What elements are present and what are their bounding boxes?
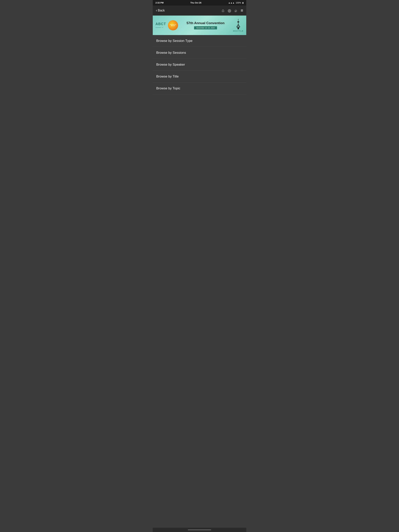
svg-point-1 <box>237 21 239 22</box>
browse-topic-item[interactable]: Browse by Topic <box>153 82 246 95</box>
browse-topic-label: Browse by Topic <box>156 86 180 90</box>
browse-sessions-label: Browse by Sessions <box>156 51 186 55</box>
battery-text: 100% <box>236 1 241 4</box>
camera-icon[interactable]: ◎ <box>228 8 231 13</box>
convention-dates-box: November 16–19, 2023 <box>194 26 217 29</box>
wifi-icon: ▲▲▲ <box>228 1 235 4</box>
seattle-info: SEATTLE <box>233 19 244 32</box>
nav-bar: ‹ Back ⌂ ◎ ⌕ ≡ <box>153 6 246 16</box>
browse-sessions-item[interactable]: Browse by Sessions <box>153 47 246 59</box>
convention-title: 57th Annual Convention <box>187 21 225 25</box>
back-button[interactable]: ‹ Back <box>156 8 165 13</box>
browse-menu: Browse by Session Type Browse by Session… <box>153 35 246 95</box>
space-needle-icon <box>236 19 241 30</box>
status-bar: 2:32 PM Thu Oct 26 ▲▲▲ 100% ▮ <box>153 0 246 6</box>
back-label: Back <box>158 9 165 12</box>
home-icon[interactable]: ⌂ <box>222 8 224 13</box>
back-chevron-icon: ‹ <box>156 8 157 13</box>
browse-session-type-item[interactable]: Browse by Session Type <box>153 35 246 47</box>
status-right: ▲▲▲ 100% ▮ <box>228 1 244 4</box>
browse-session-type-label: Browse by Session Type <box>156 39 193 43</box>
nav-icons: ⌂ ◎ ⌕ ≡ <box>222 8 243 13</box>
battery-icon: ▮ <box>242 1 244 4</box>
browse-title-item[interactable]: Browse by Title <box>153 71 246 82</box>
convention-banner: ABCT ——→ Cultivating JoyWith CBT 57th An… <box>153 16 246 35</box>
browse-speaker-item[interactable]: Browse by Speaker <box>153 59 246 71</box>
sun-graphic: Cultivating JoyWith CBT <box>168 20 178 30</box>
city-name: SEATTLE <box>233 30 244 32</box>
abct-logo-container: ABCT ——→ <box>155 22 166 29</box>
menu-icon[interactable]: ≡ <box>241 8 243 13</box>
abct-text: ABCT <box>155 22 166 26</box>
browse-speaker-label: Browse by Speaker <box>156 63 185 66</box>
sun-text: Cultivating JoyWith CBT <box>169 24 176 27</box>
abct-logo: ABCT ——→ <box>155 22 166 29</box>
browse-title-label: Browse by Title <box>156 75 179 78</box>
status-time: 2:32 PM <box>155 1 164 4</box>
home-indicator <box>188 529 211 530</box>
bottom-bar <box>153 528 246 532</box>
status-date: Thu Oct 26 <box>190 1 201 4</box>
convention-dates: November 16–19, 2023 <box>196 27 215 29</box>
svg-rect-9 <box>238 27 239 29</box>
abct-arrow-icon: ——→ <box>155 26 164 29</box>
search-icon[interactable]: ⌕ <box>235 8 237 13</box>
convention-info: 57th Annual Convention November 16–19, 2… <box>180 21 231 29</box>
